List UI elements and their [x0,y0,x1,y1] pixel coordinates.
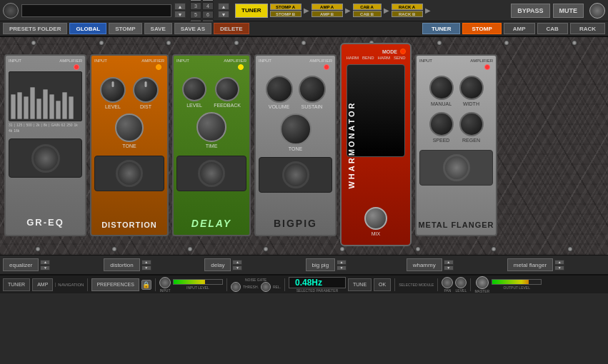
tab-amp[interactable]: AMP [504,23,535,34]
flanger-footswitch[interactable] [443,154,470,181]
tuner-nav-button[interactable]: TUNER [3,278,30,291]
dist-slot-down[interactable]: ▼ [141,266,151,271]
settings-knob[interactable] [589,3,605,19]
tab-stomp[interactable]: STOMP [462,23,501,34]
delay-time-group: TIME [176,112,246,148]
dist-slot-up[interactable]: ▲ [141,260,151,265]
stomp-btn[interactable]: STOMP [109,23,141,34]
slot-5[interactable]: 5 [190,11,201,19]
delete-button[interactable]: DELETE [214,23,249,34]
logo-button[interactable] [3,3,19,19]
slot-delay-button[interactable]: delay [204,258,231,271]
bigpig-slot-down[interactable]: ▼ [337,266,347,271]
delay-slot-up[interactable]: ▲ [232,260,242,265]
slot-2[interactable]: 2 [202,0,214,1]
global-button[interactable]: GLOBAL [69,23,106,34]
signal-cab-b[interactable]: CAB B [353,11,382,17]
save-as-button[interactable]: SAVE AS [174,23,211,34]
flanger-width-knob[interactable] [459,76,484,100]
bigpig-footswitch[interactable] [282,161,309,188]
whammy-treadle[interactable] [347,64,405,157]
ok-button[interactable]: OK [374,278,391,291]
pedal-distortion[interactable]: INPUT AMPLIFIER LEVEL DIST TONE [90,54,169,236]
bypass-button[interactable]: BYPASS [511,4,549,18]
slot-1[interactable]: 1 [190,0,201,1]
flanger-manual-label: MANUAL [431,101,452,106]
preset-up-arrow[interactable]: ▲ [174,3,186,10]
signal-amp-b[interactable]: AMP B [312,11,343,17]
delay-level-knob[interactable] [182,77,206,101]
bigpig-footswitch-area[interactable] [259,157,332,193]
pedal-whammy[interactable]: MODE HARM BEND HARM SEND WHARMONATOR MIX [340,43,412,246]
slot-4[interactable]: 4 [202,2,214,10]
whammy-slot-down[interactable]: ▼ [444,266,454,271]
tab-rack[interactable]: RACK [570,23,605,34]
slot-bigpig-button[interactable]: big pig [306,258,336,271]
signal-stomp-a[interactable]: STOMP A [270,4,301,10]
eq-slot-down[interactable]: ▼ [40,266,50,271]
delay-footswitch[interactable] [198,160,225,187]
pedal-eq[interactable]: INPUT AMPLIFIER 31|125|500|2k|8k|GAIN [4,54,86,236]
signal-tuner[interactable]: TUNER [235,4,268,18]
flanger-manual-knob[interactable] [429,76,454,100]
lock-icon[interactable]: 🔒 [141,280,151,290]
dist-dist-knob[interactable] [133,77,159,103]
bigpig-volume-knob[interactable] [266,76,293,103]
bigpig-tone-knob[interactable] [280,113,312,145]
level-knob[interactable] [455,277,467,288]
slot-distortion-button[interactable]: distortion [104,258,139,271]
pan-knob[interactable] [442,277,453,288]
slot-6[interactable]: 6 [202,11,214,19]
pedal-bigpig[interactable]: INPUT AMPLIFIER VOLUME SUSTAIN TONE [254,54,337,236]
signal-stomp-b[interactable]: STOMP B [270,11,301,17]
tab-tuner[interactable]: TUNER [422,23,461,34]
tab-cab[interactable]: CAB [537,23,568,34]
slot-equalizer-button[interactable]: equalizer [3,258,39,271]
bigpig-sustain-knob[interactable] [299,76,326,103]
dist-footswitch[interactable] [116,160,143,187]
tune-button[interactable]: TUNE [348,278,372,291]
whammy-slot-up[interactable]: ▲ [444,260,454,265]
preset-down-arrow[interactable]: ▼ [174,11,186,18]
mute-button[interactable]: MUTE [553,4,584,18]
flanger-slot-up[interactable]: ▲ [554,260,564,265]
noise-gate-rel-knob[interactable] [261,282,271,292]
save-button[interactable]: SAVE [144,23,172,34]
eq-slot-up[interactable]: ▲ [40,260,50,265]
dist-footswitch-area[interactable] [94,156,164,191]
flanger-footswitch-area[interactable] [419,150,493,186]
signal-amp-a[interactable]: AMP A [312,4,343,10]
presets-folder-button[interactable]: PRESETS FOLDER [3,23,67,34]
signal-rack-a[interactable]: RACK A [392,4,423,10]
amp-nav-button[interactable]: AMP [32,278,53,291]
slot-bigpig: big pig ▲ ▼ [306,258,404,271]
delay-time-knob[interactable] [196,112,226,142]
signal-cab-a[interactable]: CAB A [353,4,382,10]
slot-flanger-button[interactable]: metal flanger [507,258,553,271]
flanger-regen-knob[interactable] [459,112,484,136]
master-knob[interactable] [476,276,489,289]
dist-level-knob[interactable] [100,77,126,103]
pedal-delay[interactable]: INPUT AMPLIFIER LEVEL FEEDBACK TIME [172,54,251,236]
eq-footswitch[interactable] [31,144,60,173]
noise-gate-thresh-knob[interactable] [231,282,241,292]
delay-feedback-knob[interactable] [215,77,239,101]
whammy-mix-knob[interactable] [364,207,387,230]
eq-footswitch-area[interactable] [9,138,82,178]
slot-down-arrow[interactable]: ▼ [218,11,229,18]
dist-tone-knob[interactable] [115,113,144,142]
slot-up-arrow[interactable]: ▲ [218,3,229,10]
delay-footswitch-area[interactable] [176,156,246,191]
preset-input[interactable] [21,4,171,17]
signal-rack-b[interactable]: RACK B [392,11,423,17]
slot-whammy-button[interactable]: whammy [407,258,442,271]
bigpig-slot-up[interactable]: ▲ [337,260,347,265]
input-knob[interactable] [159,277,171,288]
flanger-slot-down[interactable]: ▼ [554,266,564,271]
flanger-speed-knob[interactable] [429,112,454,136]
slot-3[interactable]: 3 [190,2,201,10]
flanger-name-label: METAL FLANGER [417,221,496,229]
preferences-button[interactable]: PREFERENCES [91,278,139,291]
pedal-flanger[interactable]: INPUT AMPLIFIER MANUAL WIDTH SPEED [415,54,497,236]
delay-slot-down[interactable]: ▼ [232,266,242,271]
